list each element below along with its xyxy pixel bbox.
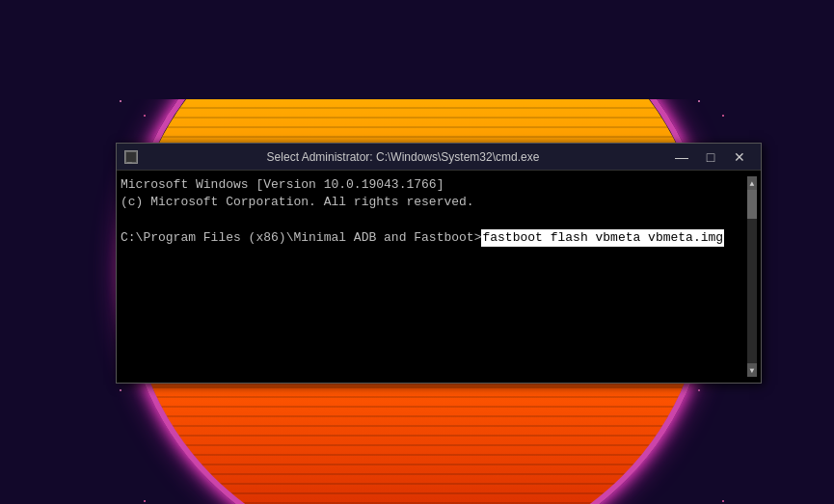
cmd-line-2: (c) Microsoft Corporation. All rights re… [121,194,747,211]
cmd-body: Microsoft Windows [Version 10.0.19043.17… [117,171,761,383]
cmd-window-title: Select Administrator: C:\Windows\System3… [144,150,662,164]
cmd-prompt: C:\Program Files (x86)\Minimal ADB and F… [121,229,481,247]
scrollbar-down-button[interactable]: ▼ [747,363,757,377]
scrollbar-track[interactable] [747,190,757,363]
cmd-prompt-line: C:\Program Files (x86)\Minimal ADB and F… [121,229,747,247]
cmd-line-3 [121,211,747,228]
window-controls: — □ ✕ [668,147,753,167]
cmd-icon [124,150,138,164]
scrollbar-up-button[interactable]: ▲ [747,176,757,190]
cmd-command: fastboot flash vbmeta vbmeta.img [481,229,724,247]
scrollbar-thumb[interactable] [747,190,757,219]
maximize-button[interactable]: □ [697,147,724,167]
close-button[interactable]: ✕ [726,147,753,167]
cmd-scrollbar[interactable]: ▲ ▼ [747,176,757,377]
terminal-icon [125,151,137,163]
minimize-button[interactable]: — [668,147,695,167]
cmd-window: Select Administrator: C:\Windows\System3… [116,143,762,384]
cmd-line-1: Microsoft Windows [Version 10.0.19043.17… [121,176,747,194]
cmd-titlebar[interactable]: Select Administrator: C:\Windows\System3… [117,144,761,171]
cmd-content: Microsoft Windows [Version 10.0.19043.17… [121,176,747,377]
